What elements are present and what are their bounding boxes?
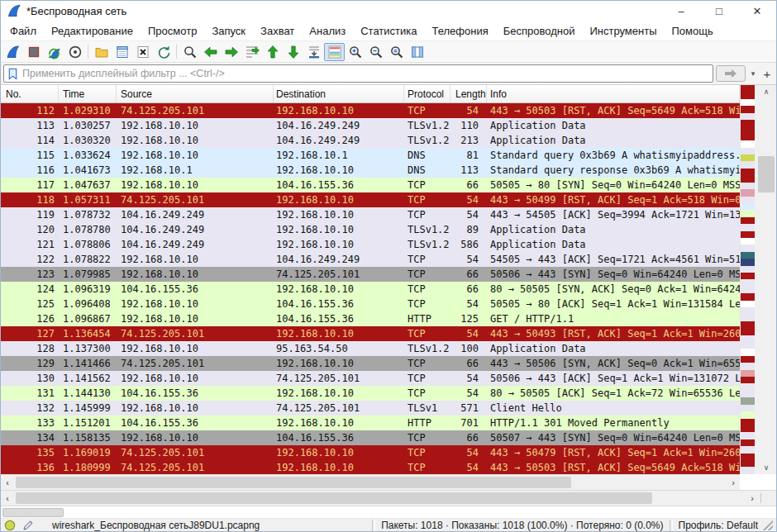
packet-row-136[interactable]: 1361.18099974.125.205.101192.168.10.10TC… — [1, 460, 740, 474]
expert-info-icon[interactable] — [4, 520, 16, 531]
cell-source: 192.168.10.10 — [117, 311, 274, 326]
minimap-stripe — [741, 161, 755, 168]
auto-scroll-icon[interactable] — [303, 43, 324, 61]
menu-item-телефония[interactable]: Телефония — [424, 23, 495, 39]
column-header-info[interactable]: Info — [487, 85, 740, 102]
column-header-protocol[interactable]: Protocol — [404, 85, 450, 102]
save-file-icon[interactable] — [112, 43, 132, 61]
menu-item-анализ[interactable]: Анализ — [302, 23, 353, 39]
display-filter-input[interactable]: Применить дисплейный фильтр ... <Ctrl-/> — [3, 64, 713, 83]
menu-item-редактирование[interactable]: Редактирование — [44, 23, 141, 39]
cell-info: 54505 → 443 [ACK] Seq=1721 Ack=4561 Win=… — [487, 252, 740, 267]
intelligent-scrollbar-minimap[interactable] — [740, 85, 755, 474]
hscroll-thumb[interactable] — [16, 477, 571, 488]
menu-item-инструменты[interactable]: Инструменты — [582, 23, 664, 39]
zoom-normal-icon[interactable] — [386, 43, 407, 61]
maximize-button[interactable]: □ — [700, 1, 738, 21]
column-header-destination[interactable]: Destination — [274, 85, 404, 102]
start-capture-icon[interactable] — [2, 43, 23, 61]
scroll-left-arrow[interactable]: ‹ — [1, 477, 14, 487]
resize-columns-icon[interactable] — [407, 43, 427, 61]
packet-row-124[interactable]: 1241.096319104.16.155.36192.168.10.10TCP… — [1, 282, 740, 297]
menu-item-помощь[interactable]: Помощь — [665, 23, 721, 39]
packet-row-114[interactable]: 1141.030320192.168.10.10104.16.249.249TL… — [1, 133, 740, 148]
packet-row-121[interactable]: 1211.078806104.16.249.249192.168.10.10TL… — [1, 237, 740, 252]
cell-source: 192.168.10.10 — [117, 267, 274, 282]
filter-dropdown-caret[interactable]: ▾ — [748, 69, 758, 78]
hscroll-thumb[interactable] — [16, 492, 652, 504]
open-file-icon[interactable] — [91, 43, 112, 61]
packet-list-hscrollbar[interactable]: ‹ › — [1, 474, 740, 490]
previous-packet-icon[interactable] — [200, 43, 221, 61]
packet-row-116[interactable]: 1161.041673192.168.10.1192.168.10.10DNS1… — [1, 163, 740, 178]
pane-splitter-grip[interactable] — [760, 493, 776, 503]
restart-capture-icon[interactable] — [44, 43, 64, 61]
column-header-length[interactable]: Length — [450, 85, 487, 102]
minimap-stripe — [741, 439, 755, 446]
packet-row-134[interactable]: 1341.158135192.168.10.10104.16.155.36TCP… — [1, 430, 740, 445]
packet-row-113[interactable]: 1131.030257192.168.10.10104.16.249.249TL… — [1, 118, 740, 133]
packet-row-131[interactable]: 1311.144130104.16.155.36192.168.10.10TCP… — [1, 386, 740, 401]
packet-row-129[interactable]: 1291.14146674.125.205.101192.168.10.10TC… — [1, 356, 740, 371]
menu-item-статистика[interactable]: Статистика — [353, 23, 424, 39]
cell-no: 135 — [1, 445, 59, 460]
cell-protocol: DNS — [404, 163, 450, 178]
next-packet-icon[interactable] — [221, 43, 241, 61]
menu-item-запуск[interactable]: Запуск — [204, 23, 253, 39]
packet-row-130[interactable]: 1301.141562192.168.10.1074.125.205.101TC… — [1, 371, 740, 386]
packet-row-118[interactable]: 1181.05731174.125.205.101192.168.10.10TC… — [1, 192, 740, 207]
packet-row-127[interactable]: 1271.13645474.125.205.101192.168.10.10TC… — [1, 326, 740, 341]
add-filter-button[interactable]: + — [760, 66, 774, 81]
column-header-time[interactable]: Time — [59, 85, 117, 102]
packet-row-125[interactable]: 1251.096408192.168.10.10104.16.155.36TCP… — [1, 297, 740, 311]
packet-row-132[interactable]: 1321.145999192.168.10.1074.125.205.101TL… — [1, 401, 740, 416]
resize-grip[interactable] — [763, 520, 773, 530]
cell-no: 129 — [1, 356, 59, 371]
zoom-in-icon[interactable] — [345, 43, 365, 61]
close-file-icon[interactable] — [132, 43, 153, 61]
apply-filter-button[interactable] — [716, 65, 746, 82]
colorize-packets-icon[interactable] — [324, 43, 345, 61]
minimize-button[interactable]: – — [662, 1, 700, 21]
scroll-right-arrow[interactable]: › — [746, 493, 759, 503]
scroll-up-arrow[interactable]: ∧ — [755, 85, 777, 98]
filter-bookmark-icon[interactable] — [7, 68, 18, 80]
column-header-source[interactable]: Source — [117, 85, 274, 102]
go-to-packet-icon[interactable] — [241, 43, 262, 61]
packet-row-128[interactable]: 1281.137300192.168.10.1095.163.54.50TLSv… — [1, 341, 740, 356]
menu-item-файл[interactable]: Файл — [2, 23, 44, 39]
menu-item-захват[interactable]: Захват — [253, 23, 302, 39]
packet-row-133[interactable]: 1331.151201104.16.155.36192.168.10.10HTT… — [1, 416, 740, 430]
cell-source: 192.168.10.10 — [117, 118, 274, 133]
capture-options-icon[interactable] — [64, 43, 85, 61]
vertical-scroll-track[interactable] — [755, 98, 777, 461]
packet-row-119[interactable]: 1191.078732104.16.249.249192.168.10.10TC… — [1, 207, 740, 222]
menu-item-беспроводной[interactable]: Беспроводной — [496, 23, 583, 39]
packet-row-122[interactable]: 1221.078822192.168.10.10104.16.249.249TC… — [1, 252, 740, 267]
vertical-scroll-thumb[interactable] — [758, 156, 775, 192]
zoom-out-icon[interactable] — [365, 43, 386, 61]
packet-row-123[interactable]: 1231.079985192.168.10.1074.125.205.101TC… — [1, 267, 740, 282]
packet-row-120[interactable]: 1201.078780104.16.249.249192.168.10.10TL… — [1, 222, 740, 237]
stop-capture-icon[interactable] — [23, 43, 44, 61]
packet-row-112[interactable]: 1121.02931074.125.205.101192.168.10.10TC… — [1, 103, 740, 118]
reload-file-icon[interactable] — [153, 43, 174, 61]
scroll-down-arrow[interactable]: ∨ — [755, 461, 777, 474]
last-packet-icon[interactable] — [283, 43, 303, 61]
packet-row-117[interactable]: 1171.047637192.168.10.10104.16.155.36TCP… — [1, 178, 740, 192]
scroll-right-arrow[interactable]: › — [727, 477, 740, 487]
column-header-no[interactable]: No. — [1, 85, 59, 102]
pane-hscrollbar[interactable]: ‹ › — [1, 490, 776, 506]
cell-source: 192.168.10.1 — [117, 163, 274, 178]
profile-label[interactable]: Профиль: Default — [679, 520, 759, 531]
find-packet-icon[interactable] — [179, 43, 200, 61]
capture-comment-icon[interactable] — [22, 520, 34, 531]
packet-row-135[interactable]: 1351.16901974.125.205.101192.168.10.10TC… — [1, 445, 740, 460]
vertical-scrollbar[interactable]: ∧ ∨ — [755, 85, 777, 474]
packet-row-115[interactable]: 1151.033624192.168.10.10192.168.10.1DNS8… — [1, 148, 740, 163]
menu-item-просмотр[interactable]: Просмотр — [141, 23, 204, 39]
first-packet-icon[interactable] — [262, 43, 283, 61]
scroll-left-arrow[interactable]: ‹ — [1, 493, 14, 503]
packet-row-126[interactable]: 1261.096867192.168.10.10104.16.155.36HTT… — [1, 311, 740, 326]
close-button[interactable]: ✕ — [738, 1, 776, 21]
